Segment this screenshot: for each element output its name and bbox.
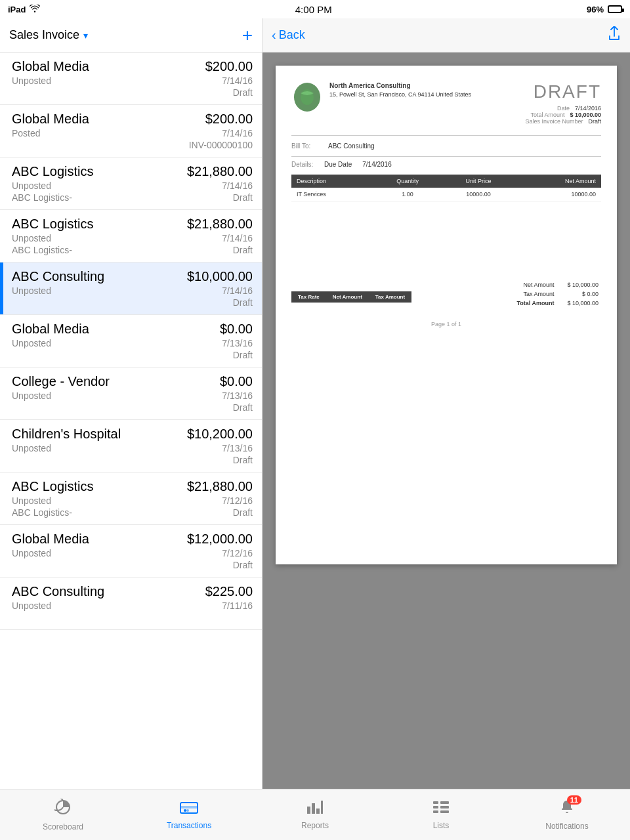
- total-amount-footer-label: Total Amount: [514, 299, 556, 308]
- scoreboard-badge-wrap: [54, 799, 72, 820]
- invoice-item[interactable]: College - Vendor $0.00 Unposted 7/13/16 …: [0, 368, 262, 420]
- bill-to-label: Bill To:: [291, 142, 318, 150]
- invoice-item[interactable]: Global Media $12,000.00 Unposted 7/12/16…: [0, 525, 262, 578]
- tax-table: Tax Rate Net Amount Tax Amount: [291, 291, 411, 308]
- invoice-item[interactable]: Global Media $0.00 Unposted 7/13/16 Draf…: [0, 315, 262, 368]
- invoice-date: 7/13/16: [222, 390, 253, 401]
- doc-draft-area: DRAFT Date 7/14/2016 Total Amount $ 10,0…: [525, 81, 601, 125]
- invoice-item[interactable]: Children's Hospital $10,200.00 Unposted …: [0, 420, 262, 472]
- notifications-label: Notifications: [545, 822, 588, 831]
- invoice-status: Posted: [12, 128, 41, 138]
- dropdown-icon[interactable]: ▾: [83, 30, 88, 41]
- add-button[interactable]: +: [242, 26, 253, 45]
- right-panel: ‹ Back: [262, 18, 630, 789]
- invoice-table: Description Quantity Unit Price Net Amou…: [291, 175, 601, 201]
- doc-draft-title: DRAFT: [525, 81, 601, 102]
- doc-totals: Net Amount $ 10,000.00 Tax Amount $ 0.00…: [514, 280, 601, 308]
- invoice-amount: $0.00: [220, 322, 253, 337]
- notification-badge: 11: [567, 795, 581, 805]
- invoice-status: Unposted: [12, 390, 51, 401]
- right-header: ‹ Back: [262, 18, 630, 52]
- invoice-status: Unposted: [12, 338, 51, 348]
- table-row: IT Services 1.00 10000.00 10000.00: [291, 188, 601, 201]
- back-button[interactable]: ‹ Back: [272, 28, 305, 43]
- reports-icon: [306, 800, 324, 818]
- svg-rect-11: [433, 801, 438, 804]
- invoice-amount: $200.00: [205, 59, 253, 74]
- tax-amount-value: $ 0.00: [556, 289, 601, 299]
- total-amount-footer-value: $ 10,000.00: [556, 299, 601, 308]
- device-label: iPad: [8, 5, 26, 14]
- doc-details-row: Details: Due Date 7/14/2016: [291, 161, 601, 168]
- cell-description: IT Services: [291, 188, 374, 201]
- invoice-ref: Draft: [233, 245, 253, 255]
- invoice-ref: Draft: [233, 192, 253, 203]
- total-amount-value: $ 10,000.00: [570, 112, 601, 118]
- invoice-amount: $225.00: [205, 584, 253, 599]
- invoice-ref-left: ABC Logistics-: [12, 507, 72, 518]
- lists-icon: [432, 800, 450, 818]
- share-button[interactable]: [608, 26, 621, 44]
- invoice-date: 7/14/16: [222, 233, 253, 243]
- time-display: 4:00 PM: [295, 4, 332, 15]
- sales-invoice-title[interactable]: Sales Invoice ▾: [9, 28, 88, 42]
- svg-rect-10: [321, 801, 323, 814]
- doc-company-info: North America Consulting 15, Powell St, …: [329, 81, 471, 99]
- date-label: Date: [557, 105, 570, 112]
- invoice-item[interactable]: Global Media $200.00 Posted 7/14/16 INV-…: [0, 105, 262, 158]
- invoice-ref: INV-000000100: [189, 140, 253, 150]
- notifications-badge-wrap: 11: [559, 799, 575, 819]
- invoice-name: ABC Logistics: [12, 479, 94, 494]
- back-label: Back: [279, 28, 305, 42]
- invoice-name: Children's Hospital: [12, 427, 121, 442]
- invoice-name: ABC Consulting: [12, 269, 104, 284]
- invoice-name: Global Media: [12, 59, 89, 74]
- invoice-date: 7/14/16: [222, 75, 253, 86]
- tax-amount-label: Tax Amount: [514, 289, 556, 299]
- tab-bar: Scoreboard Transactions Reports Lists 11: [0, 789, 630, 840]
- invoice-amount: $12,000.00: [187, 532, 253, 547]
- invoice-ref: Draft: [233, 297, 253, 308]
- invoice-amount: $10,000.00: [187, 269, 253, 284]
- invoice-date: 7/12/16: [222, 548, 253, 558]
- invoice-ref: Draft: [233, 455, 253, 465]
- tab-reports[interactable]: Reports: [252, 795, 378, 835]
- svg-rect-8: [312, 803, 315, 814]
- left-header: Sales Invoice ▾ +: [0, 18, 262, 52]
- doc-company-name: North America Consulting: [329, 81, 471, 91]
- status-right: 96%: [587, 5, 622, 14]
- svg-rect-12: [433, 806, 438, 808]
- invoice-item[interactable]: Global Media $200.00 Unposted 7/14/16 Dr…: [0, 52, 262, 105]
- sales-invoice-number-label: Sales Invoice Number: [525, 118, 583, 125]
- reports-label: Reports: [301, 821, 329, 830]
- tab-transactions[interactable]: Transactions: [126, 795, 252, 835]
- tab-scoreboard[interactable]: Scoreboard: [0, 793, 126, 837]
- svg-point-6: [186, 809, 189, 812]
- bill-to-value: ABC Consulting: [328, 142, 375, 150]
- transactions-label: Transactions: [167, 821, 211, 830]
- invoice-item[interactable]: ABC Logistics $21,880.00 Unposted 7/14/1…: [0, 158, 262, 210]
- cell-net-amount: 10000.00: [516, 188, 601, 201]
- tab-notifications[interactable]: 11 Notifications: [504, 794, 630, 836]
- svg-rect-16: [440, 810, 449, 813]
- invoice-item[interactable]: ABC Logistics $21,880.00 Unposted 7/12/1…: [0, 472, 262, 525]
- svg-rect-9: [316, 808, 320, 814]
- invoice-document-area: North America Consulting 15, Powell St, …: [262, 52, 630, 789]
- invoice-status: Unposted: [12, 285, 51, 296]
- transactions-icon: [180, 800, 198, 818]
- invoice-item[interactable]: ABC Consulting $225.00 Unposted 7/11/16: [0, 578, 262, 630]
- status-bar: iPad 4:00 PM 96%: [0, 0, 630, 18]
- doc-draft-details: Date 7/14/2016 Total Amount $ 10,000.00 …: [525, 105, 601, 125]
- notifications-icon: 11: [559, 799, 575, 819]
- invoice-item[interactable]: ABC Consulting $10,000.00 Unposted 7/14/…: [0, 262, 262, 315]
- invoice-ref: Draft: [233, 350, 253, 360]
- battery-percent: 96%: [587, 5, 604, 14]
- invoice-amount: $10,200.00: [187, 427, 253, 442]
- invoice-item[interactable]: ABC Logistics $21,880.00 Unposted 7/14/1…: [0, 210, 262, 262]
- net-amount-value: $ 10,000.00: [556, 280, 601, 289]
- invoice-name: Global Media: [12, 112, 89, 127]
- tab-lists[interactable]: Lists: [378, 795, 504, 835]
- transactions-badge-wrap: [180, 800, 198, 818]
- invoice-ref: Draft: [233, 507, 253, 518]
- main-area: Sales Invoice ▾ + Global Media $200.00 U…: [0, 18, 630, 789]
